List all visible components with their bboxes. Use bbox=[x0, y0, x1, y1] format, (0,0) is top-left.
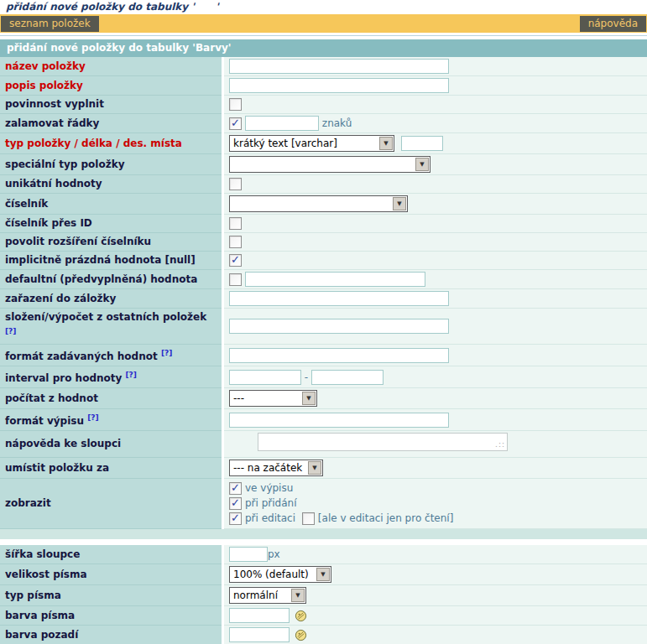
dropdown-arrow-icon bbox=[393, 197, 406, 210]
field-label: umístit položku za bbox=[0, 458, 223, 479]
pri-editaci-checkbox[interactable] bbox=[229, 512, 242, 525]
typ-pisma-select[interactable]: normální bbox=[229, 587, 306, 604]
field-label: zalamovat řádky bbox=[0, 114, 223, 133]
dropdown-arrow-icon bbox=[316, 568, 330, 581]
field-label: barva pozadí bbox=[0, 626, 223, 644]
row-interval: interval pro hodnoty [?] - bbox=[0, 366, 647, 388]
row-velikost-pisma: velikost písma 100% (default) bbox=[0, 564, 647, 585]
napoveda-button[interactable]: nápověda bbox=[580, 16, 646, 32]
row-pocitat-z-hodnot: počítat z hodnot --- bbox=[0, 388, 647, 409]
unikatni-checkbox[interactable] bbox=[229, 178, 242, 190]
form-table-style: šířka sloupce px velikost písma 100% (de… bbox=[0, 545, 647, 644]
defaultni-checkbox[interactable] bbox=[229, 273, 242, 286]
format-vypisu-input[interactable] bbox=[229, 413, 449, 428]
field-label: šířka sloupce bbox=[0, 545, 223, 564]
field-label: typ písma bbox=[0, 585, 223, 606]
row-zarazeni-do-zalozky: zařazení do záložky bbox=[0, 289, 647, 309]
pocitat-select[interactable]: --- bbox=[229, 390, 317, 407]
field-label: popis položky bbox=[0, 76, 223, 96]
field-label: povinnost vyplnit bbox=[0, 96, 223, 114]
defaultni-hodnota-input[interactable] bbox=[245, 272, 425, 287]
napoveda-sloupci-textarea[interactable] bbox=[258, 433, 508, 451]
pri-pridani-checkbox[interactable] bbox=[229, 497, 242, 510]
page: přidání nové položky do tabulky ' ' sezn… bbox=[0, 0, 647, 644]
nazev-polozky-input[interactable] bbox=[229, 59, 449, 74]
zobrazit-option: při editaci [ale v editaci jen pro čtení… bbox=[229, 512, 644, 526]
row-implicitne-prazdna: implicitně prázdná hodnota [null] bbox=[0, 252, 647, 270]
field-label: defaultní (předvyplněná) hodnota bbox=[0, 270, 223, 289]
field-label: zařazení do záložky bbox=[0, 289, 223, 309]
field-label: název položky bbox=[0, 57, 223, 76]
velikost-pisma-select[interactable]: 100% (default) bbox=[229, 566, 331, 583]
povinnost-checkbox[interactable] bbox=[229, 98, 242, 111]
page-title: přidání nové položky do tabulky ' ' bbox=[0, 0, 647, 14]
color-picker-icon[interactable] bbox=[295, 610, 307, 622]
dropdown-arrow-icon bbox=[308, 461, 321, 475]
povolit-rozsireni-checkbox[interactable] bbox=[229, 236, 242, 248]
help-link[interactable]: [?] bbox=[161, 349, 172, 357]
zobrazit-option: při přidání bbox=[229, 496, 644, 511]
interval-do-input[interactable] bbox=[311, 370, 384, 385]
umistit-select[interactable]: --- na začátek --- bbox=[229, 460, 323, 476]
dropdown-arrow-icon bbox=[291, 589, 305, 602]
row-format-vypisu: formát výpisu [?] bbox=[0, 409, 647, 431]
jen-pro-cteni-checkbox[interactable] bbox=[302, 512, 315, 525]
row-povolit-rozsireni: povolit rozšíření číselníku bbox=[0, 233, 647, 252]
field-label: formát výpisu [?] bbox=[0, 409, 223, 431]
field-label: implicitně prázdná hodnota [null] bbox=[0, 252, 223, 270]
seznam-polozek-button[interactable]: seznam položek bbox=[1, 16, 99, 32]
color-picker-icon[interactable] bbox=[295, 629, 307, 641]
ciselnik-pres-id-checkbox[interactable] bbox=[229, 217, 242, 230]
field-label: typ položky / délka / des. místa bbox=[0, 133, 223, 154]
slozeni-input[interactable] bbox=[229, 319, 449, 334]
help-link[interactable]: [?] bbox=[87, 413, 98, 422]
field-label: speciální typ položky bbox=[0, 154, 223, 175]
help-link[interactable]: [?] bbox=[5, 327, 16, 335]
resize-grip-icon[interactable] bbox=[495, 438, 505, 452]
row-napoveda-ke-sloupci: nápověda ke sloupci bbox=[0, 431, 647, 458]
field-label: formát zadávaných hodnot [?] bbox=[0, 345, 223, 366]
row-typ-polozky: typ položky / délka / des. místa krátký … bbox=[0, 133, 647, 154]
field-label: složení/výpočet z ostatních položek [?] bbox=[0, 309, 223, 345]
help-link[interactable]: [?] bbox=[126, 371, 137, 379]
sirka-sloupce-input[interactable] bbox=[229, 547, 268, 562]
row-barva-pisma: barva písma bbox=[0, 606, 647, 626]
dropdown-arrow-icon bbox=[415, 158, 429, 171]
typ-polozky-select[interactable]: krátký text [varchar] bbox=[229, 135, 394, 152]
specialni-typ-select[interactable] bbox=[229, 156, 430, 173]
row-slozeni-vypocet: složení/výpočet z ostatních položek [?] bbox=[0, 309, 647, 345]
field-label: zobrazit bbox=[0, 479, 223, 529]
field-label: číselník bbox=[0, 194, 223, 215]
barva-pozadi-input[interactable] bbox=[229, 627, 290, 642]
delka-input[interactable] bbox=[401, 136, 443, 151]
row-umistit-polozku-za: umístit položku za --- na začátek --- bbox=[0, 458, 647, 479]
popis-polozky-input[interactable] bbox=[229, 78, 449, 93]
ve-vypisu-checkbox[interactable] bbox=[229, 482, 242, 495]
field-label: unikátní hodnoty bbox=[0, 175, 223, 194]
field-label: nápověda ke sloupci bbox=[0, 431, 223, 458]
implicitne-null-checkbox[interactable] bbox=[229, 254, 242, 267]
format-zadavanych-input[interactable] bbox=[229, 348, 449, 363]
row-specialni-typ: speciální typ položky bbox=[0, 154, 647, 175]
row-ciselnik: číselník bbox=[0, 194, 647, 215]
ciselnik-select[interactable] bbox=[229, 195, 408, 212]
barva-pisma-input[interactable] bbox=[229, 608, 290, 623]
row-unikatni-hodnoty: unikátní hodnoty bbox=[0, 175, 647, 194]
row-barva-pozadi: barva pozadí bbox=[0, 626, 647, 644]
row-popis-polozky: popis položky bbox=[0, 76, 647, 96]
row-format-zadavanych: formát zadávaných hodnot [?] bbox=[0, 345, 647, 366]
field-label: číselník přes ID bbox=[0, 215, 223, 233]
toolbar: seznam položek nápověda bbox=[0, 14, 647, 33]
row-zobrazit: zobrazit ve výpisu při přidání při edita… bbox=[0, 479, 647, 529]
row-nazev-polozky: název položky bbox=[0, 57, 647, 76]
interval-od-input[interactable] bbox=[229, 370, 301, 385]
zalamovat-checkbox[interactable] bbox=[229, 117, 242, 130]
form-header: přidání nové položky do tabulky 'Barvy' bbox=[0, 39, 647, 57]
field-label: interval pro hodnoty [?] bbox=[0, 366, 223, 388]
field-label: povolit rozšíření číselníku bbox=[0, 233, 223, 252]
zarazeni-input[interactable] bbox=[229, 291, 449, 306]
dropdown-arrow-icon bbox=[302, 392, 316, 405]
row-zalamovat-radky: zalamovat řádky znaků bbox=[0, 114, 647, 133]
zalamovat-znaku-input[interactable] bbox=[245, 116, 319, 131]
field-label: barva písma bbox=[0, 606, 223, 626]
